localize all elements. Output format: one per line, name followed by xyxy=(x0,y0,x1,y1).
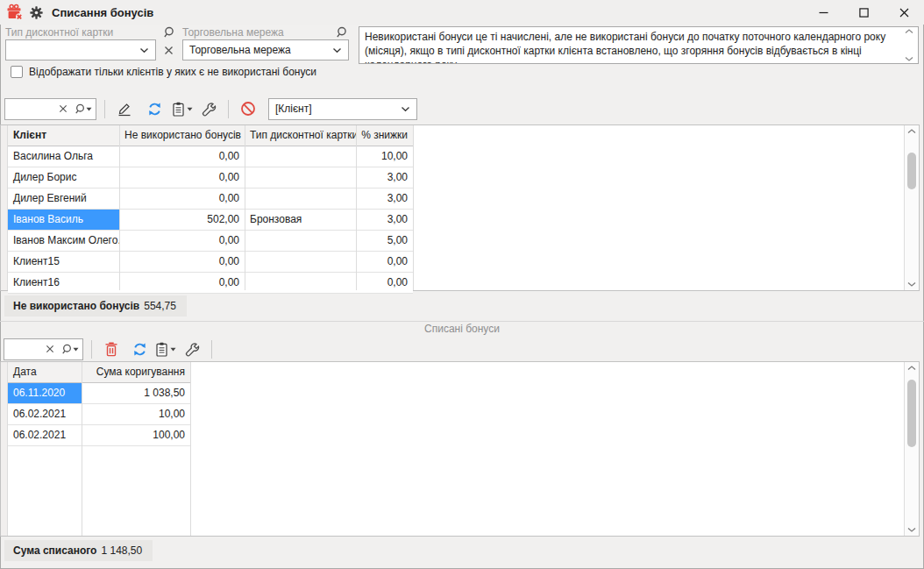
clients-cell[interactable]: Бронзовая xyxy=(245,210,356,230)
clients-toolbar: [Клієнт] xyxy=(0,96,924,122)
report-dropdown-icon[interactable] xyxy=(187,107,193,111)
refresh-icon[interactable] xyxy=(128,338,151,360)
report-dropdown-icon[interactable] xyxy=(170,347,176,352)
clear-search-icon[interactable] xyxy=(42,345,58,353)
clients-cell[interactable]: 0,00 xyxy=(119,273,245,293)
writeoffs-search-input[interactable] xyxy=(4,339,42,359)
writeoffs-cell[interactable]: 100,00 xyxy=(82,425,190,445)
clear-search-icon[interactable] xyxy=(55,104,71,113)
info-textbox-scrollbar[interactable] xyxy=(902,29,916,61)
maximize-button[interactable] xyxy=(843,0,884,25)
writeoffs-cell[interactable]: 1 038,50 xyxy=(82,383,190,403)
clients-cell[interactable]: Іванов Василь xyxy=(8,210,119,230)
clients-cell[interactable]: 0,00 xyxy=(119,252,245,272)
clients-cell[interactable]: Дилер Борис xyxy=(8,167,119,188)
group-by-select[interactable]: [Клієнт] xyxy=(268,98,417,120)
clients-table-row[interactable]: Василина Ольга0,0010,00 xyxy=(8,146,413,167)
wrench-settings-icon[interactable] xyxy=(197,97,220,120)
clients-cell[interactable] xyxy=(245,273,356,293)
clients-cell[interactable]: 502,00 xyxy=(119,210,245,230)
clients-table-row[interactable]: Дилер Борис0,003,00 xyxy=(8,167,413,188)
clients-scrollbar[interactable] xyxy=(904,125,919,290)
clients-cell[interactable] xyxy=(245,231,356,251)
writeoffs-cell[interactable]: 06.02.2021 xyxy=(8,425,82,445)
writeoffs-column-header[interactable]: Дата xyxy=(8,362,82,382)
settings-gear-icon[interactable] xyxy=(30,6,43,19)
show-only-unused-checkbox[interactable] xyxy=(11,66,23,78)
clients-cell[interactable] xyxy=(245,167,356,188)
writeoffs-cell[interactable]: 06.02.2021 xyxy=(8,404,82,424)
card-type-clear-button[interactable] xyxy=(160,41,177,59)
window-title: Списання бонусів xyxy=(52,6,153,19)
writeoffs-search-box[interactable] xyxy=(4,338,83,360)
clients-cell[interactable]: 0,00 xyxy=(119,231,245,251)
group-by-value: [Клієнт] xyxy=(275,103,401,115)
clients-table-row[interactable]: Клиент160,000,00 xyxy=(8,273,413,294)
info-textbox[interactable]: Невикористані бонуси це ті начислені, ал… xyxy=(359,26,919,64)
clients-cell[interactable]: Дилер Евгений xyxy=(8,188,119,209)
edit-pencil-icon[interactable] xyxy=(113,97,136,120)
writeoffs-header-row: ДатаСума коригування xyxy=(8,362,190,383)
writeoffs-table-row[interactable]: 06.11.20201 038,50 xyxy=(8,383,190,404)
clients-cell[interactable]: Клиент15 xyxy=(8,252,119,272)
clients-column-header[interactable]: Не використано бонусів xyxy=(119,125,245,146)
clients-table-row[interactable]: Іванов Максим Олего...0,005,00 xyxy=(8,231,413,252)
clients-cell[interactable]: 5,00 xyxy=(356,231,413,251)
clients-cell[interactable] xyxy=(245,188,356,209)
clients-column-header[interactable]: Клієнт xyxy=(8,125,119,146)
network-search-icon[interactable] xyxy=(336,26,348,39)
clients-column-header[interactable]: % знижки xyxy=(356,125,413,146)
scroll-down-icon[interactable] xyxy=(907,281,916,287)
writeoffs-cell[interactable]: 10,00 xyxy=(82,404,190,424)
clients-cell[interactable] xyxy=(245,252,356,272)
clients-cell[interactable]: Іванов Максим Олего... xyxy=(8,231,119,251)
network-select[interactable]: Торговельна мережа xyxy=(182,39,349,60)
search-mode-icon[interactable] xyxy=(58,344,82,355)
scroll-down-icon[interactable] xyxy=(905,56,913,61)
clients-search-input[interactable] xyxy=(5,99,55,119)
clients-column-header[interactable]: Тип дисконтної картки xyxy=(245,125,356,146)
writeoffs-cell[interactable]: 06.11.2020 xyxy=(8,383,82,403)
clients-cell[interactable]: 3,00 xyxy=(356,188,413,209)
clients-cell[interactable]: Василина Ольга xyxy=(8,146,119,167)
search-mode-icon[interactable] xyxy=(71,103,96,115)
clients-cell[interactable]: 10,00 xyxy=(356,146,413,167)
report-clipboard-icon[interactable] xyxy=(154,338,177,360)
clients-cell[interactable]: 0,00 xyxy=(356,252,413,272)
writeoffs-section-title: Списані бонуси xyxy=(0,323,924,335)
minimize-button[interactable] xyxy=(803,0,843,25)
clients-cell[interactable]: 0,00 xyxy=(119,188,245,209)
clients-search-box[interactable] xyxy=(4,98,96,120)
scrollbar-thumb[interactable] xyxy=(907,380,916,447)
writeoffs-table-row[interactable]: 06.02.202110,00 xyxy=(8,404,190,425)
writeoffs-scrollbar[interactable] xyxy=(904,362,919,536)
clients-table-row[interactable]: Дилер Евгений0,003,00 xyxy=(8,188,413,210)
clients-cell[interactable]: 0,00 xyxy=(119,167,245,188)
scroll-up-icon[interactable] xyxy=(905,29,913,34)
delete-trash-icon[interactable] xyxy=(100,338,123,360)
cancel-prohibition-icon[interactable] xyxy=(237,97,259,120)
clients-cell[interactable]: 0,00 xyxy=(356,273,413,293)
writeoffs-table-row[interactable]: 06.02.2021100,00 xyxy=(8,425,190,446)
clients-cell[interactable] xyxy=(245,146,356,167)
report-clipboard-icon[interactable] xyxy=(171,97,194,120)
scroll-up-icon[interactable] xyxy=(907,129,916,134)
refresh-icon[interactable] xyxy=(143,97,166,120)
close-button[interactable] xyxy=(884,0,924,25)
clients-cell[interactable]: 3,00 xyxy=(356,210,413,230)
clients-cell[interactable]: Клиент16 xyxy=(8,273,119,293)
clients-cell[interactable]: 0,00 xyxy=(119,146,245,167)
show-only-unused-row: Відображати тільки клієнтів у яких є не … xyxy=(11,66,316,78)
card-type-select[interactable] xyxy=(5,39,156,60)
clients-summary-label: Не використано бонусів xyxy=(13,300,139,312)
card-type-search-icon[interactable] xyxy=(163,26,175,39)
wrench-settings-icon[interactable] xyxy=(181,338,203,360)
clients-header-row: КлієнтНе використано бонусівТип дисконтн… xyxy=(8,125,413,146)
clients-table-row[interactable]: Клиент150,000,00 xyxy=(8,252,413,273)
clients-cell[interactable]: 3,00 xyxy=(356,167,413,188)
scroll-down-icon[interactable] xyxy=(907,527,916,532)
writeoffs-column-header[interactable]: Сума коригування xyxy=(82,362,190,382)
scroll-up-icon[interactable] xyxy=(907,366,916,371)
scrollbar-thumb[interactable] xyxy=(907,153,916,189)
clients-table-row[interactable]: Іванов Василь502,00Бронзовая3,00 xyxy=(8,210,413,231)
